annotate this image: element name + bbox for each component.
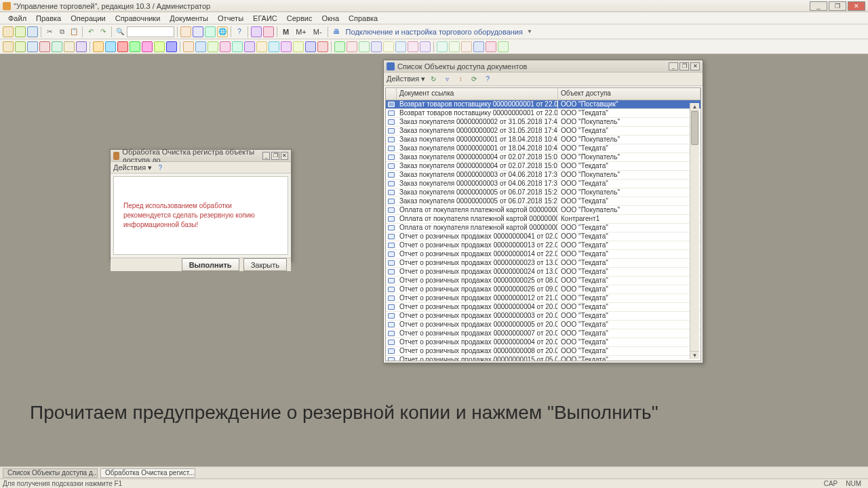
grid-header-obj[interactable]: Объект доступа <box>558 88 701 100</box>
tb2-icon[interactable] <box>244 41 255 52</box>
tb2-icon[interactable] <box>437 41 448 52</box>
filter-icon[interactable]: ▿ <box>441 74 452 85</box>
table-row[interactable]: Отчет о розничных продажах 00000000025 о… <box>386 277 701 285</box>
menu-help[interactable]: Справка <box>344 14 382 23</box>
minimize-button[interactable]: _ <box>810 1 827 11</box>
tb2-icon[interactable] <box>220 41 231 52</box>
undo-icon[interactable]: ↶ <box>85 26 96 37</box>
tool-icon[interactable] <box>205 26 216 37</box>
tb2-icon[interactable] <box>117 41 128 52</box>
tb2-icon[interactable] <box>281 41 292 52</box>
table-row[interactable]: Заказ покупателя 00000000003 от 04.06.20… <box>386 180 701 188</box>
menu-edit[interactable]: Правка <box>32 14 65 23</box>
save-icon[interactable] <box>27 26 38 37</box>
table-row[interactable]: Возврат товаров поставщику 00000000001 о… <box>386 109 701 118</box>
tb2-icon[interactable] <box>334 41 345 52</box>
tb2-icon[interactable] <box>195 41 206 52</box>
table-row[interactable]: Оплата от покупателя платежной картой 00… <box>386 224 701 232</box>
grid-header-doc[interactable]: Документ ссылка <box>397 88 558 100</box>
tb2-icon[interactable] <box>166 41 177 52</box>
menu-file[interactable]: Файл <box>4 14 31 23</box>
table-row[interactable]: Отчет о розничных продажах 00000000012 о… <box>386 294 701 303</box>
table-row[interactable]: Отчет о розничных продажах 00000000005 о… <box>386 321 701 329</box>
table-row[interactable]: Заказ покупателя 00000000004 от 02.07.20… <box>386 153 701 162</box>
grid-header-icon-col[interactable] <box>386 88 397 100</box>
tb2-icon[interactable] <box>359 41 370 52</box>
equip-link[interactable]: Подключение и настройка торгового оборуд… <box>343 28 526 36</box>
redo-icon[interactable]: ↷ <box>98 26 108 37</box>
tb2-icon[interactable] <box>93 41 104 52</box>
tb2-icon[interactable] <box>395 41 406 52</box>
task-tab-dialog[interactable]: Обработка Очистка регист... <box>100 468 195 478</box>
find-icon[interactable]: 🔍 <box>115 26 125 37</box>
actions-menu[interactable]: Действия ▾ <box>113 163 152 172</box>
window-close-button[interactable]: ✕ <box>690 62 700 70</box>
world-icon[interactable]: 🌐 <box>217 26 228 37</box>
tb2-icon[interactable] <box>3 41 14 52</box>
device-icon[interactable]: 🖶 <box>331 26 342 37</box>
mminus-label[interactable]: М- <box>311 28 325 36</box>
tb2-icon[interactable] <box>232 41 243 52</box>
calendar-icon[interactable] <box>193 26 203 37</box>
table-row[interactable]: Отчет о розничных продажах 00000000014 о… <box>386 250 701 259</box>
table-row[interactable]: Отчет о розничных продажах 00000000013 о… <box>386 241 701 250</box>
new-icon[interactable] <box>3 26 14 37</box>
tb2-icon[interactable] <box>52 41 62 52</box>
list-window-titlebar[interactable]: Список Объекты доступа документов _ ❐ ✕ <box>384 60 703 73</box>
tb2-icon[interactable] <box>39 41 50 52</box>
chevron-down-icon[interactable]: ▼ <box>527 28 532 35</box>
mplus-label[interactable]: М+ <box>293 28 309 36</box>
tb2-icon[interactable] <box>420 41 431 52</box>
table-row[interactable]: Оплата от покупателя платежной картой 00… <box>386 215 701 224</box>
tb2-icon[interactable] <box>15 41 26 52</box>
dialog-titlebar[interactable]: Обработка Очистка регистра объекты досту… <box>111 150 291 162</box>
tb2-icon[interactable] <box>76 41 87 52</box>
tool4-icon[interactable] <box>263 26 274 37</box>
tb2-icon[interactable] <box>256 41 267 52</box>
tb2-icon[interactable] <box>154 41 165 52</box>
task-tab-list[interactable]: Список Объекты доступа д... <box>3 468 98 478</box>
table-row[interactable]: Отчет о розничных продажах 00000000023 о… <box>386 259 701 268</box>
scroll-thumb[interactable] <box>691 111 698 145</box>
m-label[interactable]: М <box>280 28 292 36</box>
maximize-button[interactable]: ❐ <box>829 1 846 11</box>
table-row[interactable]: Отчет о розничных продажах 00000000004 о… <box>386 303 701 312</box>
menu-operations[interactable]: Операции <box>66 14 109 23</box>
tb2-icon[interactable] <box>130 41 140 52</box>
sort-icon[interactable]: ↕ <box>455 74 466 85</box>
tb2-icon[interactable] <box>208 41 218 52</box>
tb2-icon[interactable] <box>408 41 418 52</box>
scroll-down-icon[interactable]: ▼ <box>690 351 699 359</box>
actions-menu[interactable]: Действия ▾ <box>387 75 425 83</box>
help-icon[interactable]: ? <box>234 26 245 37</box>
tb2-icon[interactable] <box>64 41 75 52</box>
cut-icon[interactable]: ✂ <box>44 26 55 37</box>
table-row[interactable]: Заказ покупателя 00000000002 от 31.05.20… <box>386 127 701 136</box>
tb2-icon[interactable] <box>293 41 304 52</box>
tb2-icon[interactable] <box>486 41 496 52</box>
tb2-icon[interactable] <box>317 41 328 52</box>
tool3-icon[interactable] <box>251 26 262 37</box>
table-row[interactable]: Отчет о розничных продажах 00000000026 о… <box>386 285 701 294</box>
tb2-icon[interactable] <box>473 41 484 52</box>
open-icon[interactable] <box>15 26 26 37</box>
tb2-icon[interactable] <box>183 41 194 52</box>
help-icon[interactable]: ? <box>482 74 493 85</box>
tb2-icon[interactable] <box>383 41 394 52</box>
window-maximize-button[interactable]: ❐ <box>271 152 279 160</box>
grid-body[interactable]: Возврат товаров поставщику 00000000001 о… <box>386 100 701 361</box>
table-row[interactable]: Заказ покупателя 00000000003 от 04.06.20… <box>386 171 701 180</box>
tb2-icon[interactable] <box>269 41 279 52</box>
table-row[interactable]: Отчет о розничных продажах 00000000008 о… <box>386 347 701 356</box>
tb2-icon[interactable] <box>449 41 460 52</box>
reload-icon[interactable]: ⟳ <box>469 74 479 85</box>
menu-documents[interactable]: Документы <box>165 14 212 23</box>
tb2-icon[interactable] <box>498 41 509 52</box>
table-row[interactable]: Оплата от покупателя платежной картой 00… <box>386 206 701 215</box>
tb2-icon[interactable] <box>27 41 38 52</box>
table-row[interactable]: Возврат товаров поставщику 00000000001 о… <box>386 100 701 109</box>
calc-icon[interactable] <box>180 26 191 37</box>
tb2-icon[interactable] <box>105 41 116 52</box>
tb2-icon[interactable] <box>371 41 382 52</box>
run-button[interactable]: Выполнить <box>182 258 239 271</box>
